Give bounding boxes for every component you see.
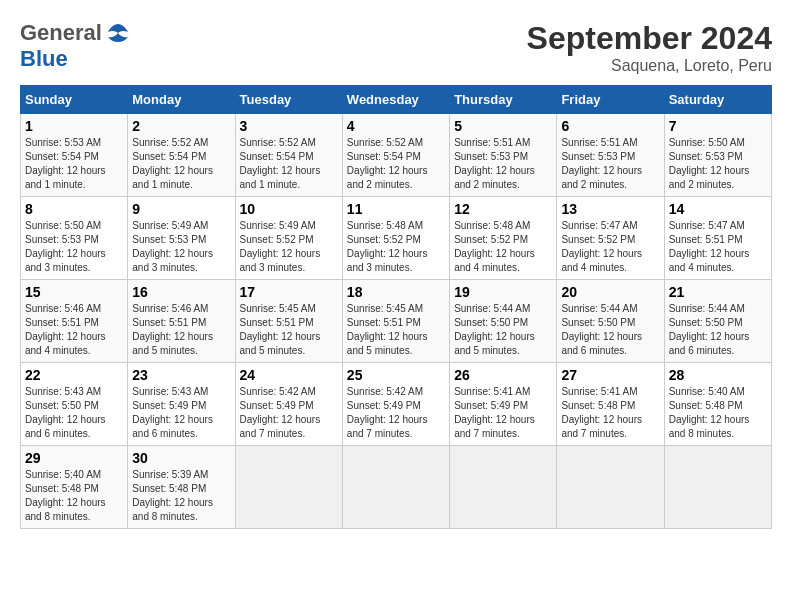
logo: General Blue — [20, 20, 132, 72]
calendar-table: SundayMondayTuesdayWednesdayThursdayFrid… — [20, 85, 772, 529]
day-info: Sunrise: 5:45 AM Sunset: 5:51 PM Dayligh… — [240, 302, 338, 358]
day-info: Sunrise: 5:52 AM Sunset: 5:54 PM Dayligh… — [347, 136, 445, 192]
day-cell: 11Sunrise: 5:48 AM Sunset: 5:52 PM Dayli… — [342, 197, 449, 280]
day-number: 15 — [25, 284, 123, 300]
day-number: 7 — [669, 118, 767, 134]
day-cell: 2Sunrise: 5:52 AM Sunset: 5:54 PM Daylig… — [128, 114, 235, 197]
day-number: 6 — [561, 118, 659, 134]
day-cell: 18Sunrise: 5:45 AM Sunset: 5:51 PM Dayli… — [342, 280, 449, 363]
day-cell: 12Sunrise: 5:48 AM Sunset: 5:52 PM Dayli… — [450, 197, 557, 280]
day-info: Sunrise: 5:51 AM Sunset: 5:53 PM Dayligh… — [454, 136, 552, 192]
month-title: September 2024 — [527, 20, 772, 57]
day-cell: 25Sunrise: 5:42 AM Sunset: 5:49 PM Dayli… — [342, 363, 449, 446]
day-cell: 1Sunrise: 5:53 AM Sunset: 5:54 PM Daylig… — [21, 114, 128, 197]
day-cell: 21Sunrise: 5:44 AM Sunset: 5:50 PM Dayli… — [664, 280, 771, 363]
day-cell: 6Sunrise: 5:51 AM Sunset: 5:53 PM Daylig… — [557, 114, 664, 197]
day-info: Sunrise: 5:49 AM Sunset: 5:53 PM Dayligh… — [132, 219, 230, 275]
day-info: Sunrise: 5:41 AM Sunset: 5:49 PM Dayligh… — [454, 385, 552, 441]
day-cell: 22Sunrise: 5:43 AM Sunset: 5:50 PM Dayli… — [21, 363, 128, 446]
day-number: 12 — [454, 201, 552, 217]
day-number: 2 — [132, 118, 230, 134]
col-header-monday: Monday — [128, 86, 235, 114]
day-info: Sunrise: 5:47 AM Sunset: 5:51 PM Dayligh… — [669, 219, 767, 275]
day-cell: 9Sunrise: 5:49 AM Sunset: 5:53 PM Daylig… — [128, 197, 235, 280]
day-info: Sunrise: 5:47 AM Sunset: 5:52 PM Dayligh… — [561, 219, 659, 275]
day-cell: 17Sunrise: 5:45 AM Sunset: 5:51 PM Dayli… — [235, 280, 342, 363]
day-number: 23 — [132, 367, 230, 383]
col-header-saturday: Saturday — [664, 86, 771, 114]
day-number: 18 — [347, 284, 445, 300]
day-info: Sunrise: 5:42 AM Sunset: 5:49 PM Dayligh… — [240, 385, 338, 441]
day-info: Sunrise: 5:50 AM Sunset: 5:53 PM Dayligh… — [669, 136, 767, 192]
week-row-1: 1Sunrise: 5:53 AM Sunset: 5:54 PM Daylig… — [21, 114, 772, 197]
day-info: Sunrise: 5:46 AM Sunset: 5:51 PM Dayligh… — [25, 302, 123, 358]
week-row-5: 29Sunrise: 5:40 AM Sunset: 5:48 PM Dayli… — [21, 446, 772, 529]
day-info: Sunrise: 5:40 AM Sunset: 5:48 PM Dayligh… — [669, 385, 767, 441]
day-number: 9 — [132, 201, 230, 217]
day-info: Sunrise: 5:39 AM Sunset: 5:48 PM Dayligh… — [132, 468, 230, 524]
day-number: 19 — [454, 284, 552, 300]
day-cell: 28Sunrise: 5:40 AM Sunset: 5:48 PM Dayli… — [664, 363, 771, 446]
day-cell: 3Sunrise: 5:52 AM Sunset: 5:54 PM Daylig… — [235, 114, 342, 197]
day-cell — [235, 446, 342, 529]
day-number: 1 — [25, 118, 123, 134]
logo-bird-icon — [104, 22, 132, 44]
day-info: Sunrise: 5:42 AM Sunset: 5:49 PM Dayligh… — [347, 385, 445, 441]
day-info: Sunrise: 5:44 AM Sunset: 5:50 PM Dayligh… — [454, 302, 552, 358]
day-cell: 10Sunrise: 5:49 AM Sunset: 5:52 PM Dayli… — [235, 197, 342, 280]
day-number: 24 — [240, 367, 338, 383]
day-number: 25 — [347, 367, 445, 383]
day-info: Sunrise: 5:49 AM Sunset: 5:52 PM Dayligh… — [240, 219, 338, 275]
day-cell: 29Sunrise: 5:40 AM Sunset: 5:48 PM Dayli… — [21, 446, 128, 529]
col-header-friday: Friday — [557, 86, 664, 114]
day-number: 4 — [347, 118, 445, 134]
day-info: Sunrise: 5:44 AM Sunset: 5:50 PM Dayligh… — [561, 302, 659, 358]
day-number: 20 — [561, 284, 659, 300]
day-cell: 16Sunrise: 5:46 AM Sunset: 5:51 PM Dayli… — [128, 280, 235, 363]
col-header-sunday: Sunday — [21, 86, 128, 114]
day-number: 30 — [132, 450, 230, 466]
day-number: 5 — [454, 118, 552, 134]
day-info: Sunrise: 5:40 AM Sunset: 5:48 PM Dayligh… — [25, 468, 123, 524]
day-number: 8 — [25, 201, 123, 217]
day-cell: 13Sunrise: 5:47 AM Sunset: 5:52 PM Dayli… — [557, 197, 664, 280]
day-info: Sunrise: 5:44 AM Sunset: 5:50 PM Dayligh… — [669, 302, 767, 358]
day-info: Sunrise: 5:48 AM Sunset: 5:52 PM Dayligh… — [347, 219, 445, 275]
day-info: Sunrise: 5:45 AM Sunset: 5:51 PM Dayligh… — [347, 302, 445, 358]
day-cell: 26Sunrise: 5:41 AM Sunset: 5:49 PM Dayli… — [450, 363, 557, 446]
logo-blue: Blue — [20, 46, 68, 71]
day-info: Sunrise: 5:48 AM Sunset: 5:52 PM Dayligh… — [454, 219, 552, 275]
day-cell: 20Sunrise: 5:44 AM Sunset: 5:50 PM Dayli… — [557, 280, 664, 363]
day-info: Sunrise: 5:50 AM Sunset: 5:53 PM Dayligh… — [25, 219, 123, 275]
day-cell: 27Sunrise: 5:41 AM Sunset: 5:48 PM Dayli… — [557, 363, 664, 446]
week-row-2: 8Sunrise: 5:50 AM Sunset: 5:53 PM Daylig… — [21, 197, 772, 280]
day-cell: 15Sunrise: 5:46 AM Sunset: 5:51 PM Dayli… — [21, 280, 128, 363]
location-subtitle: Saquena, Loreto, Peru — [527, 57, 772, 75]
day-cell: 23Sunrise: 5:43 AM Sunset: 5:49 PM Dayli… — [128, 363, 235, 446]
col-header-wednesday: Wednesday — [342, 86, 449, 114]
day-number: 17 — [240, 284, 338, 300]
day-info: Sunrise: 5:46 AM Sunset: 5:51 PM Dayligh… — [132, 302, 230, 358]
day-number: 21 — [669, 284, 767, 300]
day-info: Sunrise: 5:41 AM Sunset: 5:48 PM Dayligh… — [561, 385, 659, 441]
day-cell: 8Sunrise: 5:50 AM Sunset: 5:53 PM Daylig… — [21, 197, 128, 280]
day-number: 26 — [454, 367, 552, 383]
week-row-4: 22Sunrise: 5:43 AM Sunset: 5:50 PM Dayli… — [21, 363, 772, 446]
day-info: Sunrise: 5:52 AM Sunset: 5:54 PM Dayligh… — [132, 136, 230, 192]
day-cell — [664, 446, 771, 529]
week-row-3: 15Sunrise: 5:46 AM Sunset: 5:51 PM Dayli… — [21, 280, 772, 363]
day-info: Sunrise: 5:51 AM Sunset: 5:53 PM Dayligh… — [561, 136, 659, 192]
day-number: 29 — [25, 450, 123, 466]
col-header-thursday: Thursday — [450, 86, 557, 114]
day-number: 11 — [347, 201, 445, 217]
day-number: 14 — [669, 201, 767, 217]
day-cell — [557, 446, 664, 529]
logo-general: General — [20, 20, 102, 46]
day-cell: 7Sunrise: 5:50 AM Sunset: 5:53 PM Daylig… — [664, 114, 771, 197]
title-area: September 2024 Saquena, Loreto, Peru — [527, 20, 772, 75]
day-info: Sunrise: 5:53 AM Sunset: 5:54 PM Dayligh… — [25, 136, 123, 192]
day-cell — [342, 446, 449, 529]
day-number: 28 — [669, 367, 767, 383]
day-info: Sunrise: 5:43 AM Sunset: 5:49 PM Dayligh… — [132, 385, 230, 441]
page-header: General Blue September 2024 Saquena, Lor… — [20, 20, 772, 75]
